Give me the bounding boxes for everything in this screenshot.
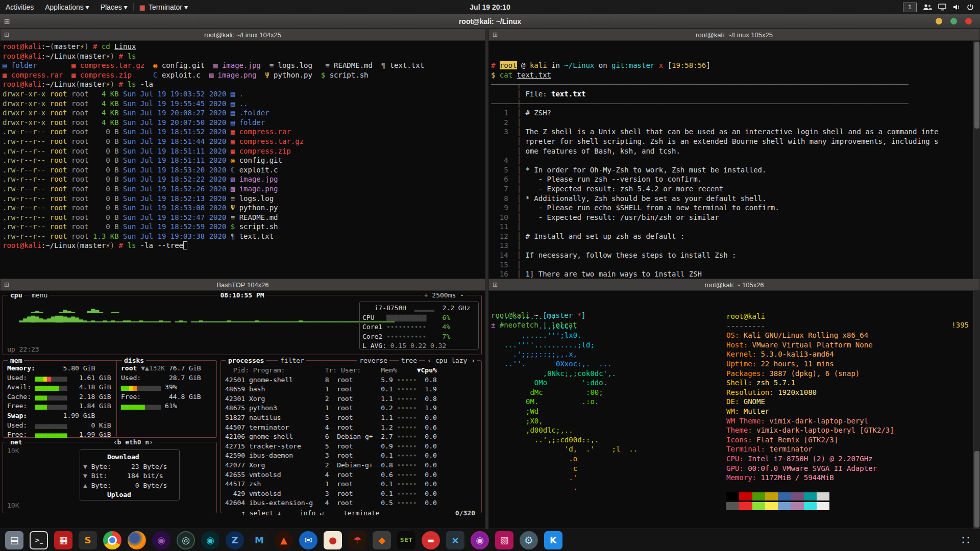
volume-icon[interactable]: [952, 4, 961, 11]
scrollbar[interactable]: [973, 41, 980, 279]
tor-browser-icon[interactable]: ◉: [152, 531, 170, 549]
show-applications-icon[interactable]: ∷: [957, 531, 975, 549]
terminal-line: .rw-r--r-- root root 0 B Sun Jul 19 18:5…: [3, 156, 485, 165]
terminal-line: Memory: 1172MiB / 5944MiB: [726, 473, 894, 483]
terminate-control[interactable]: terminate: [341, 509, 381, 517]
dock: ▤>_▦S◉◎◉ZM▲✉●☂◆SET▬×◉▧⚙K∷: [0, 529, 980, 551]
owasp-zap-icon[interactable]: Z: [226, 531, 244, 549]
scrollbar-thumb[interactable]: [974, 451, 979, 528]
x-tool-icon[interactable]: ×: [446, 531, 464, 549]
clock[interactable]: Jul 19 20:10: [470, 3, 510, 11]
text-editor-glyph: S: [85, 535, 91, 545]
set-toolkit-icon[interactable]: SET: [397, 531, 415, 549]
no-entry-glyph: ▬: [427, 536, 434, 544]
reverse-button[interactable]: reverse: [357, 356, 389, 365]
window-titlebar[interactable]: ⊞ root@kali: ~/Linux: [0, 14, 980, 29]
terminator-app-menu[interactable]: ▦ Terminator ▾: [134, 0, 193, 14]
metasploit-glyph: M: [255, 535, 264, 545]
scrollbar[interactable]: [973, 291, 980, 529]
applications-menu[interactable]: Applications ▾: [39, 0, 94, 14]
cherrytree-icon[interactable]: ●: [324, 531, 342, 549]
terminal-line: root@kali:~/Linux(master⚡) # ls: [3, 52, 485, 61]
select-control[interactable]: ↑ select ↓: [239, 509, 283, 517]
terminal-bottom-right[interactable]: root@kali ~ [master *]± #neofetch | lolc…: [488, 291, 980, 529]
terminal-line: ▂▄▆▇▆▄▃▄▆▇▇▆▅▆▅▃▂▁▂▁▁▂▁▂▁▁▂▂▁▁▂▁▁▁▁▂▁▁ ▁…: [7, 314, 407, 324]
settings-icon[interactable]: ⚙: [520, 531, 538, 549]
no-entry-icon[interactable]: ▬: [422, 531, 440, 549]
pictures-icon[interactable]: ▧: [495, 531, 513, 549]
metasploit-icon[interactable]: M: [250, 531, 268, 549]
maltego-icon[interactable]: ◉: [201, 531, 219, 549]
window-icon: ⊞: [4, 17, 10, 26]
terminal-line: ......''';lx0.: [496, 331, 638, 340]
terminal-line: Cache: ▅▅▅▅▅▅▅▅ 2.18 GiB: [7, 392, 111, 402]
pane-bottom-left-titlebar[interactable]: ⊞ BashTOP 104x26: [0, 279, 485, 291]
terminator-icon[interactable]: ▦: [54, 531, 72, 549]
terminal-line: drwxr-xr-x root root 4 KB Sun Jul 19 20:…: [3, 118, 485, 128]
terminal-line: Shell: zsh 5.7.1: [726, 378, 894, 388]
bashtop-menu-button[interactable]: menu: [30, 291, 50, 299]
umbrella-tool-icon[interactable]: ☂: [348, 531, 366, 549]
terminal-line: 42501 gnome-shell 8 root 5.9 ∙∙∙∙∙ 0.8: [225, 375, 441, 385]
firefox-icon[interactable]: [128, 531, 146, 549]
terminal-line: │ ome features of Bash, ksh, and tcsh.: [491, 146, 980, 156]
activities-button[interactable]: Activities: [0, 0, 39, 14]
neofetch-info: root@kali---------OS: Kali GNU/Linux Rol…: [726, 312, 894, 511]
uptime-label: up 22:23: [7, 345, 39, 354]
terminal-line: Memory: 5.80 GiB: [7, 364, 111, 373]
pane-top-right-titlebar[interactable]: ⊞ root@kali: ~/Linux 105x25: [488, 29, 980, 41]
text-editor-icon[interactable]: S: [79, 531, 97, 549]
process-table[interactable]: Pid: Program: Tr: User: Mem% ▼Cpu% 42501…: [225, 366, 441, 508]
burpsuite-icon[interactable]: ◆: [373, 531, 391, 549]
terminal-line: 8 │ * Additionally, Zsh should be set as…: [491, 194, 980, 204]
thunderbird-icon[interactable]: ✉: [299, 531, 317, 549]
terminal-line: root@kali:~/Linux(master⚡) # ls -la: [3, 80, 485, 89]
terminal-line: 42655 vmtoolsd 4 root 0.6 ∙∙∙∙∙ 0.0: [225, 470, 441, 480]
terminal-top-right[interactable]: # root @ kali in ~/Linux on git:master x…: [488, 41, 980, 279]
pane-bottom-right-titlebar[interactable]: ⊞ root@kali: ~ 105x26: [488, 279, 980, 291]
obs-studio-icon[interactable]: ◎: [177, 531, 195, 549]
swirl-tool-icon[interactable]: ◉: [471, 531, 489, 549]
chrome-icon[interactable]: [103, 531, 121, 549]
display-icon[interactable]: [938, 4, 946, 11]
users-icon[interactable]: [923, 4, 932, 11]
power-icon[interactable]: [967, 4, 974, 11]
workspace-indicator[interactable]: 1: [903, 3, 917, 12]
scrollbar-thumb[interactable]: [974, 42, 979, 129]
show-applications-glyph: ∷: [962, 533, 969, 547]
window-button-minimize[interactable]: [936, 18, 942, 24]
latency-control[interactable]: + 2500ms -: [422, 291, 466, 299]
terminator-window-icon: ▦: [139, 4, 145, 11]
terminal-line: 'd, .' ;l ..: [496, 444, 638, 454]
terminal-line: ▅▅▅▅▅▅▅▅▅▅ 61%: [121, 402, 201, 411]
pane-top-left-titlebar[interactable]: ⊞ root@kali: ~/Linux 104x25: [0, 29, 485, 41]
window-button-maximize[interactable]: [950, 18, 957, 24]
terminal-line: 14 │ If necessary, follow these steps to…: [491, 251, 980, 260]
tree-button[interactable]: tree: [399, 356, 419, 365]
terminal-line: # root @ kali in ~/Linux on git:master x…: [491, 61, 980, 70]
terminal-line: 42590 ibus-daemon 3 root 0.1 ∙∙∙∙∙ 0.0: [225, 451, 441, 461]
terminal-icon[interactable]: >_: [30, 531, 48, 549]
terminal-line: 429 vmtoolsd 3 root 0.1 ∙∙∙∙∙ 0.0: [225, 489, 441, 499]
net-interface-selector[interactable]: ‹b eth0 n›: [111, 438, 155, 446]
desktop: Activities Applications ▾ Places ▾ ▦ Ter…: [0, 0, 980, 551]
info-control[interactable]: info ↵: [298, 509, 326, 517]
terminal-line: 48659 bash 1 root 0.1 ∙∙∙∙∙ 1.9: [225, 385, 441, 394]
terminal-line: 42604 ibus-extension-g 4 root 0.5 ∙∙∙∙∙ …: [225, 498, 441, 508]
k-tool-icon[interactable]: K: [544, 531, 562, 549]
pictures-glyph: ▧: [500, 535, 508, 545]
terminal-top-left[interactable]: root@kali:~(master⚡) # cd Linuxroot@kali…: [0, 41, 485, 279]
terminal-line: ;X0,: [496, 416, 638, 426]
net-box-title: net: [8, 438, 24, 446]
terminal-line: 9 │ - Please run echo $SHELL from a new …: [491, 203, 980, 213]
terminal-bashtop[interactable]: cpu menu 08:10:55 PM + 2500ms - ▁▂▁ ▁▃▂▁…: [0, 291, 485, 529]
sort-mode-selector[interactable]: ‹ cpu lazy ›: [425, 356, 477, 365]
terminal-line: ▁▂▁ ▁▃▂▁ ▂▄▃▁ ▁▁: [7, 305, 407, 314]
filter-button[interactable]: filter: [278, 356, 306, 365]
terminal-line: .';;;;::;;,,.x,: [496, 349, 638, 359]
files-icon[interactable]: ▤: [5, 531, 23, 549]
window-button-close[interactable]: [965, 18, 972, 24]
places-menu[interactable]: Places ▾: [95, 0, 133, 14]
flame-tool-icon[interactable]: ▲: [275, 531, 293, 549]
terminal-line: Icons: Flat Remix [GTK2/3]: [726, 435, 894, 445]
